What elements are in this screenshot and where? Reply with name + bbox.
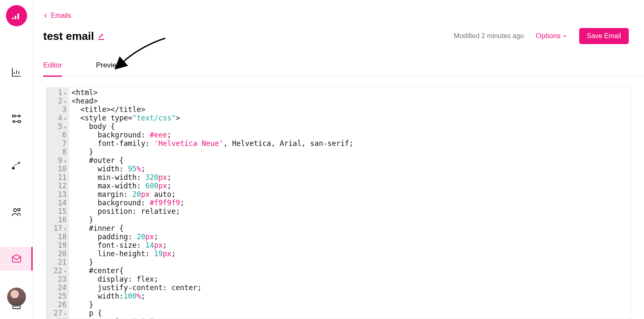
nav-workflows[interactable] bbox=[0, 107, 33, 131]
svg-rect-5 bbox=[18, 120, 21, 122]
title-row: test email Modified 2 minutes ago Option… bbox=[43, 28, 634, 44]
svg-point-8 bbox=[14, 209, 17, 212]
chevron-left-icon bbox=[43, 13, 48, 18]
modified-text: Modified 2 minutes ago bbox=[454, 32, 524, 40]
main: Emails test email Modified 2 minutes ago… bbox=[33, 0, 644, 319]
svg-point-0 bbox=[12, 17, 14, 19]
breadcrumb-label: Emails bbox=[51, 12, 71, 20]
tabs: Editor Preview bbox=[33, 58, 644, 77]
edit-title-button[interactable] bbox=[98, 33, 104, 40]
page-title: test email bbox=[43, 30, 94, 43]
users-icon bbox=[11, 206, 22, 218]
nav-items bbox=[0, 60, 33, 317]
svg-point-6 bbox=[13, 120, 14, 122]
options-dropdown[interactable]: Options bbox=[536, 32, 567, 40]
avatar[interactable] bbox=[7, 288, 26, 306]
svg-rect-3 bbox=[12, 115, 15, 117]
save-button[interactable]: Save Email bbox=[579, 28, 629, 44]
svg-rect-1 bbox=[14, 16, 16, 20]
options-label: Options bbox=[536, 32, 561, 40]
chevron-down-icon bbox=[562, 34, 567, 39]
bar-chart-icon bbox=[11, 67, 22, 78]
nav-journey[interactable] bbox=[0, 154, 33, 177]
logo[interactable] bbox=[6, 5, 27, 26]
pencil-icon bbox=[98, 33, 104, 39]
line-gutter: 1▾2▾34▾5▾6789▾1011121314151617▾181920212… bbox=[46, 87, 69, 319]
envelope-icon bbox=[11, 253, 22, 264]
logo-chart-icon bbox=[11, 10, 22, 21]
svg-point-9 bbox=[17, 208, 20, 211]
header: Emails test email Modified 2 minutes ago… bbox=[33, 0, 644, 44]
flow-icon bbox=[11, 113, 22, 124]
svg-rect-2 bbox=[17, 14, 19, 20]
tab-preview[interactable]: Preview bbox=[96, 58, 121, 76]
tab-editor[interactable]: Editor bbox=[43, 58, 62, 77]
svg-point-4 bbox=[18, 115, 20, 117]
sidebar bbox=[0, 0, 33, 319]
nav-analytics[interactable] bbox=[0, 60, 33, 84]
nav-users[interactable] bbox=[0, 200, 33, 224]
code-content[interactable]: <html><head> <title></title> <style type… bbox=[69, 87, 353, 319]
journey-icon bbox=[11, 160, 22, 171]
nav-emails[interactable] bbox=[0, 247, 33, 271]
code-editor[interactable]: 1▾2▾34▾5▾6789▾1011121314151617▾181920212… bbox=[46, 87, 631, 319]
breadcrumb-back[interactable]: Emails bbox=[43, 12, 634, 20]
editor-area: 1▾2▾34▾5▾6789▾1011121314151617▾181920212… bbox=[33, 77, 644, 319]
